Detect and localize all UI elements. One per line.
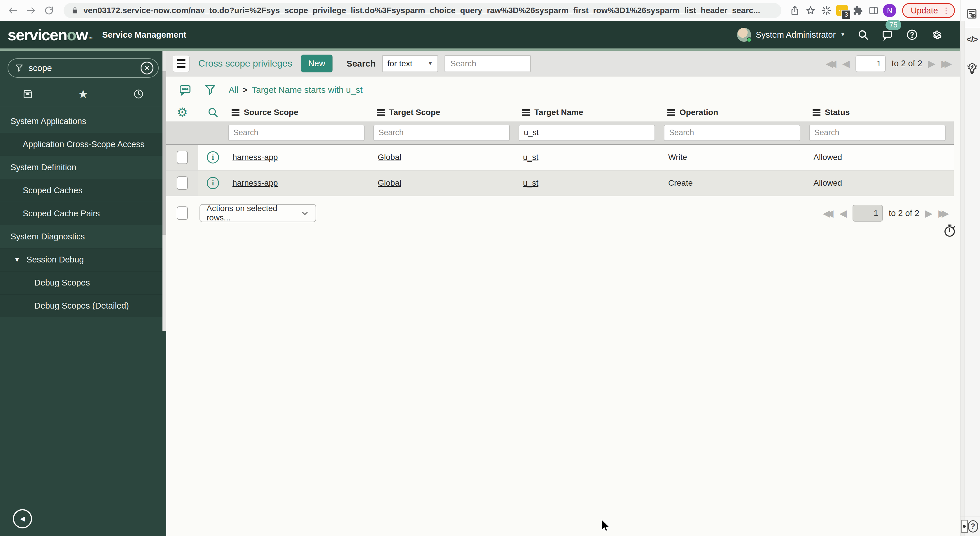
page-number-input[interactable]	[856, 55, 886, 72]
search-label: Search	[347, 59, 375, 69]
extension-burst-icon[interactable]	[820, 4, 833, 17]
sidebar-scrollbar[interactable]	[162, 51, 166, 331]
row-checkbox[interactable]	[177, 151, 188, 164]
sidebar-item-scoped-caches[interactable]: Scoped Caches	[0, 179, 166, 202]
forward-button[interactable]	[23, 3, 38, 18]
cell-target-name-link[interactable]: u_st	[518, 153, 663, 162]
pagination-top: ◀◀ ◀ to 2 of 2 ▶ ▶▶	[826, 55, 952, 72]
list-chat-icon[interactable]	[178, 83, 192, 97]
back-button[interactable]	[5, 3, 21, 18]
user-menu[interactable]: System Administrator ▼	[737, 28, 845, 42]
select-caret-icon: ▼	[428, 61, 433, 67]
first-page-icon[interactable]: ◀◀	[823, 207, 834, 219]
user-avatar	[737, 28, 751, 42]
navigator-filter-input[interactable]	[29, 63, 136, 73]
sidebar-item-application-cross-scope-access[interactable]: Application Cross-Scope Access	[0, 133, 166, 156]
previous-page-icon[interactable]: ◀	[839, 207, 847, 219]
record-preview-icon[interactable]: i	[207, 151, 219, 163]
record-preview-icon[interactable]: i	[207, 177, 219, 189]
list-settings-gear-icon[interactable]: ⚙	[166, 106, 198, 118]
previous-page-icon[interactable]: ◀	[842, 58, 850, 69]
navigator-filter: ✕	[8, 58, 159, 78]
column-filter-row	[166, 121, 954, 145]
page-scrollbar[interactable]	[961, 21, 965, 536]
filter-builder-icon[interactable]	[204, 83, 217, 97]
actions-dropdown[interactable]: Actions on selected rows...	[199, 204, 316, 222]
resize-grip-icon[interactable]	[961, 520, 968, 533]
column-header-operation[interactable]: Operation	[663, 108, 808, 117]
side-panel-icon[interactable]	[867, 4, 880, 17]
share-icon[interactable]	[788, 4, 801, 17]
extensions-puzzle-icon[interactable]	[851, 4, 864, 17]
search-type-select[interactable]: for text ▼	[382, 55, 438, 72]
sidebar-section-system-definition[interactable]: System Definition	[0, 156, 166, 179]
tab-history[interactable]	[111, 88, 166, 100]
cell-target-scope-link[interactable]: Global	[373, 179, 518, 188]
address-bar[interactable]: ven03172.service-now.com/nav_to.do?uri=%…	[64, 3, 781, 18]
reload-button[interactable]	[41, 3, 57, 18]
last-page-icon[interactable]: ▶▶	[941, 58, 952, 69]
list-footer-row: Actions on selected rows... ◀◀ ◀ to 2 of…	[166, 200, 954, 226]
sidebar-item-scoped-cache-pairs[interactable]: Scoped Cache Pairs	[0, 202, 166, 225]
row-range-label: to 2 of 2	[892, 59, 922, 68]
list-context-menu-button[interactable]	[173, 55, 189, 72]
navigator-menu: System Applications Application Cross-Sc…	[0, 110, 166, 536]
tab-all-applications[interactable]	[0, 88, 56, 100]
presence-dot	[747, 37, 752, 42]
next-page-icon[interactable]: ▶	[928, 58, 935, 69]
row-range-label: to 2 of 2	[889, 209, 920, 218]
sidebar-section-system-applications[interactable]: System Applications	[0, 110, 166, 133]
collapse-sidebar-button[interactable]: ◀	[13, 509, 32, 528]
column-header-status[interactable]: Status	[808, 108, 954, 117]
cell-target-scope-link[interactable]: Global	[373, 153, 518, 162]
collapse-left-icon: ◀	[20, 515, 25, 523]
cell-source-scope-link[interactable]: harness-app	[228, 179, 373, 188]
extension-yellow-icon[interactable]: ... 3	[835, 4, 848, 17]
list-search-input[interactable]	[444, 55, 531, 72]
page-number-input[interactable]	[853, 205, 883, 222]
new-button[interactable]: New	[301, 54, 332, 72]
row-checkbox[interactable]	[177, 176, 188, 190]
cell-source-scope-link[interactable]: harness-app	[228, 153, 373, 162]
product-name: Service Management	[102, 30, 186, 40]
breadcrumb-filter-link[interactable]: Target Name starts with u_st	[252, 85, 363, 95]
filter-source-scope-input[interactable]	[228, 124, 364, 141]
sidebar-section-system-diagnostics[interactable]: System Diagnostics	[0, 225, 166, 248]
help-icon[interactable]	[905, 28, 919, 41]
column-header-target-name[interactable]: Target Name	[518, 108, 663, 117]
page-help-icon[interactable]: ?	[968, 520, 978, 533]
sidebar-item-debug-scopes[interactable]: Debug Scopes	[0, 271, 166, 294]
sidebar-scrollbar-thumb[interactable]	[162, 71, 166, 235]
global-search-icon[interactable]	[856, 28, 870, 41]
settings-gear-icon[interactable]	[930, 28, 943, 41]
first-page-icon[interactable]: ◀◀	[826, 58, 837, 69]
filter-status-input[interactable]	[809, 124, 946, 141]
clear-filter-icon[interactable]: ✕	[141, 62, 153, 75]
sidebar-item-debug-scopes-detailed[interactable]: Debug Scopes (Detailed)	[0, 294, 166, 317]
column-search-toggle-icon[interactable]	[198, 107, 228, 118]
column-header-target-scope[interactable]: Target Scope	[373, 108, 518, 117]
browser-update-button[interactable]: Update ⋮	[902, 3, 955, 18]
archive-box-icon	[22, 88, 33, 100]
rail-footer: ?	[961, 516, 980, 536]
browser-toolbar: ven03172.service-now.com/nav_to.do?uri=%…	[0, 0, 960, 21]
response-time-icon[interactable]	[943, 223, 957, 238]
column-header-source-scope[interactable]: Source Scope	[228, 108, 373, 117]
next-page-icon[interactable]: ▶	[925, 207, 932, 219]
conversations-icon[interactable]: 75	[881, 28, 894, 41]
browser-menu-icon[interactable]: ⋮	[942, 6, 951, 16]
breadcrumb-all-link[interactable]: All	[229, 85, 238, 95]
pagination-bottom: ◀◀ ◀ to 2 of 2 ▶ ▶▶	[823, 205, 949, 222]
navigator-tabs: ★	[0, 82, 166, 106]
bookmark-star-icon[interactable]	[804, 4, 817, 17]
cell-operation: Create	[663, 179, 808, 188]
last-page-icon[interactable]: ▶▶	[938, 207, 949, 219]
tab-favorites[interactable]: ★	[56, 87, 111, 101]
filter-target-scope-input[interactable]	[373, 124, 510, 141]
filter-target-name-input[interactable]	[519, 124, 655, 141]
sidebar-item-session-debug[interactable]: ▼ Session Debug	[0, 248, 166, 271]
filter-operation-input[interactable]	[664, 124, 800, 141]
cell-target-name-link[interactable]: u_st	[518, 179, 663, 188]
browser-profile-avatar[interactable]: N	[883, 4, 896, 17]
select-all-checkbox[interactable]	[177, 206, 188, 220]
